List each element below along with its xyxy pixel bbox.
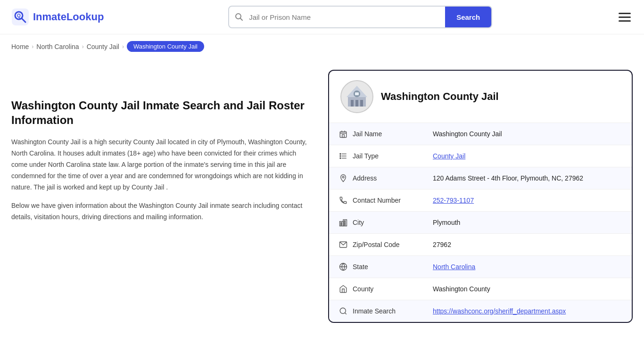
field-value[interactable]: County Jail (423, 145, 632, 167)
table-row: CityPlymouth (329, 212, 632, 234)
field-label: Jail Type (339, 152, 414, 160)
info-table: Jail NameWashington County JailJail Type… (329, 123, 632, 322)
field-label: City (339, 218, 414, 227)
svg-point-19 (340, 153, 341, 154)
left-panel: Washington County Jail Inmate Search and… (11, 70, 313, 323)
description-para1: Washington County Jail is a high securit… (11, 137, 313, 193)
globe-icon (339, 263, 348, 271)
logo-icon: Q (11, 8, 29, 26)
chevron-icon: › (122, 43, 124, 50)
field-value[interactable]: 252-793-1107 (423, 189, 632, 212)
table-row: Address120 Adams Street - 4th Floor, Ply… (329, 167, 632, 189)
search-bar: Search (228, 6, 492, 28)
field-label: Zip/Postal Code (339, 240, 414, 249)
field-link[interactable]: 252-793-1107 (433, 197, 474, 204)
card-title: Washington County Jail (381, 90, 499, 103)
field-value: Plymouth (423, 212, 632, 234)
field-label: Contact Number (339, 196, 414, 205)
county-icon (339, 285, 348, 293)
svg-rect-8 (355, 100, 358, 107)
field-link[interactable]: County Jail (433, 152, 465, 160)
table-row: Contact Number252-793-1107 (329, 189, 632, 212)
chevron-icon: › (32, 43, 33, 50)
svg-line-5 (240, 18, 243, 21)
field-value: 27962 (423, 234, 632, 256)
page-heading: Washington County Jail Inmate Search and… (11, 98, 313, 127)
table-row: Jail NameWashington County Jail (329, 123, 632, 145)
field-link[interactable]: https://washconc.org/sheriff_department.… (433, 307, 566, 315)
info-card: Washington County Jail Jail NameWashingt… (328, 70, 633, 323)
svg-rect-28 (344, 222, 345, 223)
search-icon (339, 307, 348, 315)
logo[interactable]: Q InmateLookup (11, 8, 104, 26)
breadcrumb-current: Washington County Jail (127, 41, 204, 52)
field-value: Washington County Jail (423, 123, 632, 145)
search-button[interactable]: Search (445, 7, 491, 27)
city-icon (339, 218, 348, 227)
breadcrumb-type[interactable]: County Jail (87, 43, 119, 50)
svg-point-20 (340, 156, 341, 156)
jail-thumbnail (340, 80, 373, 113)
svg-rect-15 (342, 135, 345, 138)
table-row: Zip/Postal Code27962 (329, 234, 632, 256)
field-label: Address (339, 174, 414, 182)
field-value: 120 Adams Street - 4th Floor, Plymouth, … (423, 167, 632, 189)
pin-icon (339, 174, 348, 182)
field-value: Washington County (423, 278, 632, 300)
svg-rect-29 (344, 224, 345, 225)
breadcrumb-state[interactable]: North Carolina (36, 43, 79, 50)
logo-text: InmateLookup (33, 11, 104, 23)
svg-rect-13 (355, 92, 359, 95)
menu-button[interactable] (617, 11, 633, 24)
search-bar-icon (229, 13, 249, 21)
list-icon (339, 152, 348, 160)
breadcrumb: Home › North Carolina › County Jail › Wa… (0, 34, 644, 58)
mail-icon (339, 240, 348, 249)
field-label: Inmate Search (339, 307, 414, 315)
svg-rect-27 (344, 221, 345, 222)
field-value[interactable]: https://washconc.org/sheriff_department.… (423, 300, 632, 322)
jail-icon (339, 130, 348, 138)
svg-point-21 (340, 157, 341, 158)
svg-rect-26 (341, 224, 342, 225)
breadcrumb-home[interactable]: Home (11, 43, 29, 50)
table-row: CountyWashington County (329, 278, 632, 300)
table-row: StateNorth Carolina (329, 256, 632, 278)
svg-rect-7 (351, 100, 354, 107)
svg-point-22 (342, 176, 344, 178)
svg-rect-9 (360, 100, 363, 107)
table-row: Inmate Searchhttps://washconc.org/sherif… (329, 300, 632, 322)
field-value[interactable]: North Carolina (423, 256, 632, 278)
table-row: Jail TypeCounty Jail (329, 145, 632, 167)
description-para2: Below we have given information about th… (11, 200, 313, 223)
svg-rect-25 (341, 222, 342, 223)
svg-point-32 (340, 308, 346, 313)
field-label: County (339, 285, 414, 293)
svg-line-33 (345, 313, 346, 314)
phone-icon (339, 196, 348, 205)
header: Q InmateLookup Search (0, 0, 644, 34)
chevron-icon: › (82, 43, 84, 50)
building-icon (344, 84, 370, 109)
main-content: Washington County Jail Inmate Search and… (0, 58, 644, 342)
field-label: Jail Name (339, 130, 414, 138)
search-input[interactable] (249, 13, 445, 21)
field-label: State (339, 263, 414, 271)
field-link[interactable]: North Carolina (433, 263, 475, 271)
card-header: Washington County Jail (329, 71, 632, 123)
svg-text:Q: Q (17, 13, 21, 18)
